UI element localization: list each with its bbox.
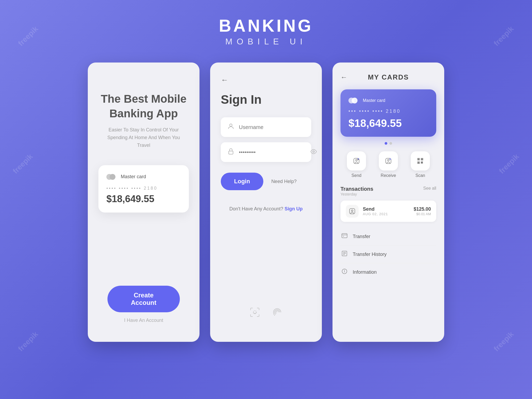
transaction-item: Send AUG 02, 2021 $125.00 $0.01 AM [340,201,436,222]
history-label: Transfer History [353,252,386,257]
svg-rect-18 [418,162,419,163]
send-action[interactable]: + Send [347,151,366,178]
signin-title: Sign In [221,92,261,107]
svg-rect-16 [418,159,419,160]
svg-rect-1 [229,151,233,154]
card-header: Master card [106,173,181,181]
fingerprint-icon[interactable] [271,306,283,321]
purple-card-brand: Master card [363,98,385,103]
send-label: Send [351,173,361,178]
transaction-subamount: $0.01 AM [414,212,431,216]
receive-label: Receive [381,173,396,178]
eye-icon[interactable] [310,148,317,156]
transactions-date: Yesterday [340,192,373,196]
card-widget: Master card •••• •••• •••• 2180 $18,649.… [98,165,189,213]
svg-text:+: + [358,159,359,160]
menu-items: Transfer Transfer History [340,228,436,281]
page-header: BANKING MOBILE UI [219,16,313,47]
svg-rect-24 [350,209,355,214]
have-account-link[interactable]: I Have An Account [124,318,163,323]
dot-2 [389,142,392,145]
need-help-link[interactable]: Need Help? [271,179,297,184]
transactions-section: Transactions Yesterday See all Send AUG … [340,186,436,225]
menu-item-transfer[interactable]: Transfer [340,228,436,246]
watermark-tl: freepik [16,24,40,48]
create-account-button[interactable]: Create Account [107,286,180,312]
screens-container: The Best Mobile Banking App Easier To St… [0,63,532,342]
card-pagination [385,142,392,145]
mycards-title: MY CARDS [368,73,409,81]
svg-rect-17 [422,159,422,160]
mycards-back-button[interactable]: ← [340,73,347,81]
back-button[interactable]: ← [221,76,228,84]
menu-item-info[interactable]: Information [340,263,436,281]
mycards-header: ← MY CARDS [340,73,436,81]
menu-item-history[interactable]: Transfer History [340,246,436,263]
user-icon [227,123,235,132]
purple-card-number: ••• •••• •••• 2180 [348,109,428,114]
purple-mastercard-logo [348,97,359,104]
transactions-title: Transactions [340,186,373,192]
receive-action[interactable]: Receive [379,151,398,178]
transfer-label: Transfer [353,234,370,239]
svg-point-5 [356,159,357,161]
screen-mycards: ← MY CARDS Master card ••• •••• •••• 218… [332,63,444,342]
lock-icon [227,148,235,157]
scan-icon [411,151,430,171]
info-icon [340,268,348,276]
transaction-send-icon [346,205,359,218]
screen-welcome: The Best Mobile Banking App Easier To St… [88,63,200,342]
purple-card: Master card ••• •••• •••• 2180 $18,649.5… [340,89,436,137]
action-buttons: + Send Receive [340,151,436,178]
purple-card-header: Master card [348,97,428,104]
info-label: Information [353,269,377,275]
no-account-text: Don't Have Any Account? Sign Up [229,206,303,212]
card-number: •••• •••• •••• 2180 [106,186,181,191]
password-field-container [221,142,311,162]
svg-point-9 [388,159,389,161]
svg-point-2 [313,151,314,152]
svg-point-35 [344,270,345,270]
svg-rect-23 [422,162,422,163]
biometric-section [249,306,283,321]
page-title: BANKING [219,16,313,36]
send-icon: + [347,151,366,171]
username-field-container [221,117,311,137]
screen-signin: ← Sign In [210,63,322,342]
purple-card-balance: $18,649.55 [348,117,428,129]
card-balance: $18,649.55 [106,193,181,205]
scan-action[interactable]: Scan [411,151,430,178]
receive-icon [379,151,398,171]
transaction-amount: $125.00 [414,206,431,212]
scan-label: Scan [415,173,425,178]
dot-1 [385,142,387,145]
login-section: Login Need Help? [221,173,311,190]
see-all-link[interactable]: See all [423,186,436,191]
transaction-info: Send AUG 02, 2021 [363,206,409,216]
username-input[interactable] [239,124,306,130]
svg-rect-26 [342,234,347,238]
history-icon [340,250,348,258]
svg-point-25 [351,210,353,211]
welcome-title: The Best Mobile Banking App [98,92,189,121]
transaction-name: Send [363,206,409,212]
face-scan-icon[interactable] [249,306,261,321]
sign-up-link[interactable]: Sign Up [285,206,303,211]
svg-point-0 [230,124,232,126]
password-input[interactable] [239,149,306,155]
card-brand: Master card [121,174,146,180]
welcome-subtitle: Easier To Stay In Control Of Your Spendi… [98,126,189,149]
transactions-header: Transactions Yesterday See all [340,186,436,196]
login-button[interactable]: Login [221,173,263,190]
transaction-date: AUG 02, 2021 [363,212,409,216]
page-subtitle: MOBILE UI [219,37,313,47]
mastercard-logo [106,173,117,181]
transfer-icon [340,232,348,240]
watermark-tr: freepik [492,24,516,48]
